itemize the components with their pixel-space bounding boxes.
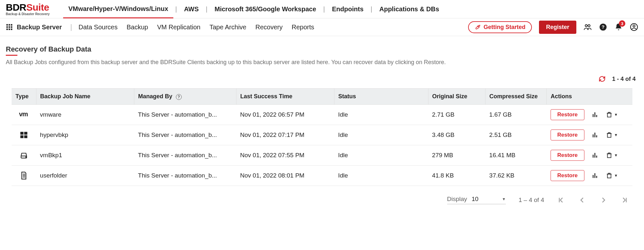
disk-icon	[15, 151, 32, 159]
refresh-icon[interactable]	[599, 75, 606, 82]
cell-orig: 279 MB	[428, 145, 485, 166]
getting-started-button[interactable]: Getting Started	[468, 21, 532, 33]
nav-link[interactable]: Recovery	[255, 24, 283, 31]
col-comp[interactable]: Compressed Size	[485, 89, 547, 105]
cell-name: hypervbkp	[36, 125, 134, 145]
tab-separator: |	[321, 0, 327, 18]
tab-separator: |	[173, 0, 179, 18]
brand-name-a: BDR	[6, 2, 26, 13]
restore-button[interactable]: Restore	[551, 109, 584, 120]
display-value: 10	[472, 196, 483, 203]
page-size-select[interactable]: Display 10 ▼	[447, 196, 506, 204]
result-range: 1 - 4 of 4	[612, 76, 636, 82]
tab-separator: |	[204, 0, 209, 18]
chevron-down-icon: ▼	[614, 153, 618, 158]
svg-rect-27	[608, 133, 611, 137]
dropdown-caret-icon: ▼	[502, 197, 506, 201]
nav-link[interactable]: Reports	[292, 24, 314, 31]
stats-icon[interactable]	[591, 131, 599, 139]
brand-name-b: Suite	[26, 2, 49, 13]
delete-menu[interactable]: ▼	[606, 152, 618, 159]
restore-button[interactable]: Restore	[551, 170, 584, 181]
nav-separator: |	[70, 23, 72, 31]
cell-managed: This Server - automation_b...	[134, 145, 236, 166]
rocket-icon	[475, 24, 481, 30]
svg-point-10	[585, 24, 587, 27]
stats-icon[interactable]	[591, 152, 599, 159]
svg-rect-6	[6, 29, 8, 30]
stats-icon[interactable]	[591, 111, 599, 118]
svg-rect-30	[593, 155, 594, 158]
paginator: Display 10 ▼ 1 – 4 of 4	[6, 186, 638, 214]
cell-status: Idle	[334, 145, 428, 166]
product-tab[interactable]: VMware/Hyper-V/Windows/Linux	[63, 0, 173, 18]
managed-help-icon[interactable]: ?	[176, 94, 182, 100]
trash-icon	[606, 111, 613, 118]
cell-orig: 41.8 KB	[428, 166, 485, 186]
next-page-button[interactable]	[600, 196, 607, 204]
nav-link[interactable]: Tape Archive	[209, 24, 246, 31]
main-nav: Backup Server | Data SourcesBackupVM Rep…	[0, 18, 644, 36]
svg-rect-20	[20, 132, 24, 135]
svg-point-11	[588, 24, 590, 27]
nav-link[interactable]: Data Sources	[79, 24, 118, 31]
col-managed[interactable]: Managed By ?	[134, 89, 236, 105]
svg-rect-17	[594, 112, 595, 117]
apps-grid-icon[interactable]	[6, 24, 13, 31]
svg-rect-0	[6, 24, 8, 26]
svg-rect-16	[593, 114, 594, 117]
users-icon[interactable]	[583, 23, 592, 31]
first-page-button[interactable]	[557, 196, 565, 204]
stats-icon[interactable]	[591, 172, 599, 179]
svg-rect-25	[594, 133, 595, 138]
cell-last: Nov 01, 2022 08:01 PM	[236, 166, 334, 186]
product-tab[interactable]: AWS	[179, 0, 204, 18]
delete-menu[interactable]: ▼	[606, 111, 618, 118]
cell-name: vmBkp1	[36, 145, 134, 166]
restore-button[interactable]: Restore	[551, 150, 584, 161]
help-icon[interactable]: ?	[599, 23, 607, 31]
product-tab[interactable]: Endpoints	[327, 0, 369, 18]
delete-menu[interactable]: ▼	[606, 172, 618, 179]
cell-comp: 37.62 KB	[485, 166, 547, 186]
svg-point-29	[26, 157, 26, 158]
display-label: Display	[447, 196, 467, 203]
register-button[interactable]: Register	[539, 21, 576, 34]
col-status[interactable]: Status	[334, 89, 428, 105]
nav-context-title: Backup Server	[17, 24, 62, 31]
svg-rect-31	[594, 153, 595, 158]
prev-page-button[interactable]	[578, 196, 586, 204]
svg-rect-1	[9, 24, 10, 26]
last-page-button[interactable]	[621, 196, 629, 204]
svg-text:?: ?	[601, 24, 604, 30]
page-title: Recovery of Backup Data	[6, 45, 638, 53]
svg-rect-2	[11, 24, 13, 26]
nav-link[interactable]: VM Replication	[157, 24, 201, 31]
col-orig[interactable]: Original Size	[428, 89, 485, 105]
cell-name: vmware	[36, 105, 134, 125]
restore-button[interactable]: Restore	[551, 130, 584, 140]
col-last[interactable]: Last Success Time	[236, 89, 334, 105]
nav-link[interactable]: Backup	[127, 24, 148, 31]
table-row: vmvmwareThis Server - automation_b...Nov…	[12, 105, 632, 125]
brand-tagline: Backup & Disaster Recovery	[6, 13, 50, 16]
cell-status: Idle	[334, 125, 428, 145]
table-row: vmBkp1This Server - automation_b...Nov 0…	[12, 145, 632, 166]
cell-status: Idle	[334, 166, 428, 186]
page-description: All Backup Jobs configured from this bac…	[6, 59, 638, 66]
chevron-down-icon: ▼	[614, 173, 618, 178]
windows-icon	[15, 131, 32, 139]
svg-rect-37	[608, 174, 611, 178]
notifications-button[interactable]: 3	[614, 23, 623, 31]
file-icon	[15, 171, 32, 180]
cell-comp: 16.41 MB	[485, 145, 547, 166]
delete-menu[interactable]: ▼	[606, 131, 618, 139]
product-tab[interactable]: Microsoft 365/Google Workspace	[209, 0, 321, 18]
col-type[interactable]: Type	[12, 89, 36, 105]
svg-rect-7	[9, 29, 10, 30]
svg-point-15	[633, 25, 635, 27]
svg-rect-18	[596, 115, 597, 117]
product-tab[interactable]: Applications & DBs	[374, 0, 444, 18]
account-icon[interactable]	[630, 23, 638, 31]
col-name[interactable]: Backup Job Name	[36, 89, 134, 105]
